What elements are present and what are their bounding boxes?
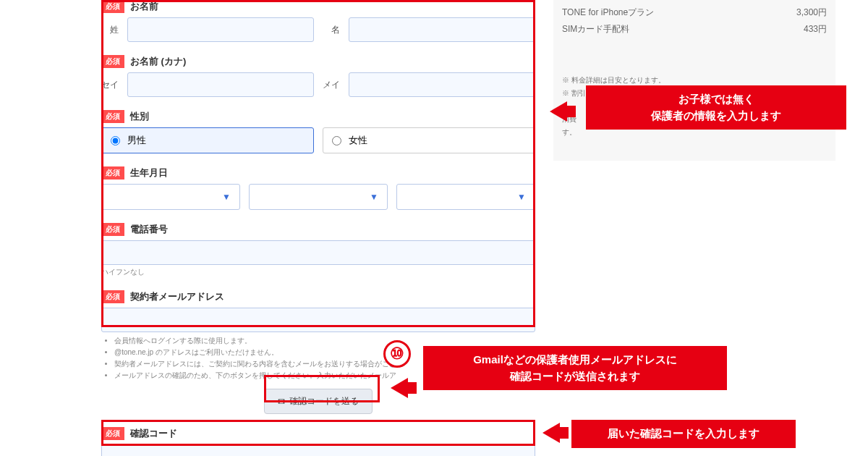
required-badge: 必須: [101, 223, 124, 236]
label-kana-sei: セイ: [101, 79, 119, 91]
select-day[interactable]: ▼: [396, 184, 535, 210]
radio-male-label: 男性: [127, 134, 146, 147]
radio-female-input[interactable]: [332, 136, 341, 145]
side-item-price: 3,300円: [796, 7, 827, 19]
label-kana-mei: メイ: [323, 79, 340, 91]
radio-female-label: 女性: [349, 134, 367, 147]
price-sidebar: TONE for iPhoneプラン 3,300円 SIMカード手配料 433円…: [553, 0, 835, 161]
send-code-button[interactable]: ✉ 確認コードを送る: [264, 389, 373, 414]
label-sei: 姓: [101, 24, 119, 36]
label-confirm-code: 確認コード: [130, 427, 177, 440]
step-number-badge: ⑩: [383, 340, 411, 368]
envelope-icon: ✉: [278, 397, 285, 407]
label-mei: 名: [323, 24, 340, 36]
radio-female[interactable]: 女性: [323, 127, 535, 153]
helper-phone: ハイフンなし: [101, 267, 535, 277]
input-mei[interactable]: [349, 17, 535, 42]
side-row: SIMカード手配料 433円: [562, 21, 827, 38]
label-gender: 性別: [130, 110, 149, 123]
label-dob: 生年月日: [130, 166, 168, 180]
label-kana: お名前 (カナ): [130, 55, 186, 68]
chevron-down-icon: ▼: [222, 192, 231, 202]
label-email: 契約者メールアドレス: [130, 290, 224, 303]
callout-mid: Gmailなどの保護者使用メールアドレスに 確認コードが送信されます: [423, 346, 727, 390]
input-sei[interactable]: [127, 17, 314, 42]
field-kana: 必須 お名前 (カナ) セイ メイ: [101, 55, 535, 97]
callout-line: お子様では無く: [596, 91, 836, 108]
side-row: TONE for iPhoneプラン 3,300円: [562, 4, 827, 21]
chevron-down-icon: ▼: [517, 192, 526, 202]
label-name: お名前: [130, 0, 158, 13]
radio-male[interactable]: 男性: [101, 127, 314, 153]
callout-bottom: 届いた確認コードを入力します: [571, 420, 796, 448]
side-item-name: TONE for iPhoneプラン: [562, 7, 654, 19]
required-badge: 必須: [101, 0, 124, 13]
input-confirm-code[interactable]: [101, 444, 535, 456]
field-gender: 必須 性別 男性 女性: [101, 110, 535, 153]
arrow-left-icon: [550, 101, 567, 122]
select-year[interactable]: ▼: [101, 184, 240, 210]
radio-male-input[interactable]: [111, 136, 120, 145]
required-badge: 必須: [101, 427, 124, 440]
field-dob: 必須 生年月日 ▼ ▼ ▼: [101, 166, 535, 210]
callout-line: Gmailなどの保護者使用メールアドレスに: [433, 352, 717, 368]
field-confirm-code: 必須 確認コード: [101, 427, 535, 456]
input-phone[interactable]: [101, 240, 535, 265]
arrow-left-icon: [391, 378, 408, 398]
side-item-price: 433円: [804, 23, 827, 35]
callout-line: 保護者の情報を入力します: [596, 108, 836, 124]
required-badge: 必須: [101, 55, 124, 68]
input-kana-mei[interactable]: [349, 72, 535, 97]
chevron-down-icon: ▼: [370, 192, 378, 202]
field-name: 必須 お名前 姓 名: [101, 0, 535, 42]
field-phone: 必須 電話番号 ハイフンなし: [101, 223, 535, 277]
send-code-label: 確認コードを送る: [289, 395, 359, 408]
select-month[interactable]: ▼: [249, 184, 388, 210]
input-kana-sei[interactable]: [127, 72, 314, 97]
input-email[interactable]: [101, 308, 535, 332]
arrow-left-icon: [542, 423, 560, 443]
label-phone: 電話番号: [130, 223, 168, 236]
required-badge: 必須: [101, 290, 124, 303]
callout-line: 届いた確認コードを入力します: [608, 427, 760, 439]
required-badge: 必須: [101, 110, 124, 123]
side-item-name: SIMカード手配料: [562, 23, 629, 35]
required-badge: 必須: [101, 166, 124, 180]
callout-line: 確認コードが送信されます: [433, 368, 717, 385]
email-note: 会員情報へログインする際に使用します。: [114, 335, 535, 347]
callout-top: お子様では無く 保護者の情報を入力します: [586, 85, 846, 130]
